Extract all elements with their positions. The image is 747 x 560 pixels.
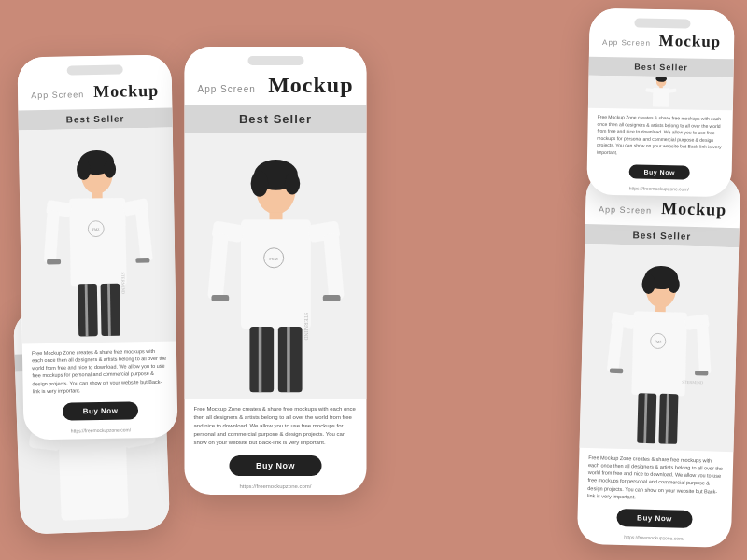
svg-rect-5 [69,198,126,287]
svg-rect-11 [135,258,149,263]
svg-rect-49 [631,311,687,396]
svg-rect-53 [696,324,711,374]
buy-now-button[interactable]: Buy Now [63,401,139,420]
svg-rect-24 [241,219,311,329]
product-image: FMZ STERMIND [19,128,176,343]
svg-rect-10 [47,259,61,264]
card-url: https://freemockupzone.com/ [23,424,177,441]
svg-text:STERMIND: STERMIND [682,380,704,385]
svg-rect-42 [645,88,654,92]
svg-rect-28 [323,233,344,300]
mockup-title-tr: Mockup [659,32,722,51]
card-url-center: https://freemockupzone.com/ [185,481,367,495]
best-seller-banner-tr: Best Seller [589,57,734,78]
app-screen-label-center: App Screen [198,84,256,94]
svg-rect-41 [653,88,669,107]
svg-rect-54 [609,368,622,373]
buy-now-button-rm[interactable]: Buy Now [616,509,693,528]
app-screen-label-tr: App Screen [602,38,651,48]
svg-rect-67 [58,428,128,520]
svg-point-22 [284,173,299,194]
svg-rect-34 [287,327,290,392]
mockup-title-rm: Mockup [661,199,727,220]
product-image-tr [588,76,734,111]
buy-now-button-tr[interactable]: Buy Now [628,164,690,179]
phone-card-right-main: App Screen Mockup Best Seller [577,171,740,548]
app-screen-label-rm: App Screen [599,204,652,215]
buy-now-button-center[interactable]: Buy Now [230,455,321,476]
svg-rect-51 [606,321,624,372]
svg-rect-9 [134,208,152,261]
svg-point-21 [250,170,268,196]
svg-rect-55 [695,371,708,376]
svg-text:STERMIND: STERMIND [120,272,125,295]
mockup-title: Mockup [93,81,159,102]
svg-text:STERMIND: STERMIND [303,312,309,340]
phone-card-center: App Screen Mockup Best Seller [185,47,367,495]
svg-rect-31 [249,327,274,392]
card-description-center: Free Mockup Zone creates & share free mo… [185,399,367,451]
svg-text:FMZ: FMZ [654,340,660,343]
app-screen-label: App Screen [31,90,84,100]
svg-text:FMZ: FMZ [92,228,99,231]
svg-rect-33 [258,327,261,392]
card-description-tr: Free Mockup Zone creates & share free mo… [587,108,733,162]
svg-text:FMZ: FMZ [269,256,278,260]
phone-card-left-main: App Screen Mockup Best Seller [17,55,177,441]
svg-rect-7 [43,210,59,263]
best-seller-banner-center: Best Seller [185,105,367,133]
product-image-rm: FMZ STERMIND [580,244,740,452]
card-description-rm: Free Mockup Zone creates & share free mo… [578,447,734,507]
product-image-center: FMZ STERMIND [185,133,367,399]
svg-rect-26 [207,233,228,300]
svg-rect-30 [322,295,340,301]
best-seller-banner: Best Seller [18,108,172,131]
card-url-rm: https://freemockupzone.com/ [577,530,731,548]
card-description: Free Mockup Zone creates & share free mo… [22,341,177,399]
mockup-title-center: Mockup [268,73,353,98]
svg-rect-43 [669,89,677,93]
svg-rect-29 [211,295,229,301]
phone-card-top-right: App Screen Mockup Best Seller Free Mocku… [586,8,734,198]
